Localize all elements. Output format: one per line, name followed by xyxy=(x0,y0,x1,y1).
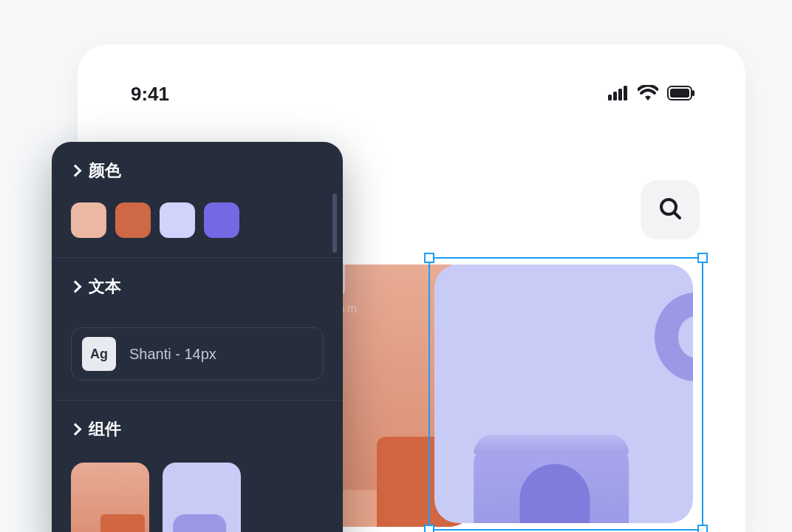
svg-rect-0 xyxy=(608,95,612,100)
section-title-colors: 颜色 xyxy=(89,160,121,182)
svg-rect-1 xyxy=(613,92,617,100)
swatch-1[interactable] xyxy=(71,202,106,238)
chevron-right-icon xyxy=(69,423,82,436)
status-icons xyxy=(608,85,695,104)
svg-rect-3 xyxy=(624,86,627,100)
section-header-components[interactable]: 组件 xyxy=(52,400,343,457)
font-label: Shanti - 14px xyxy=(129,346,216,363)
status-time: 9:41 xyxy=(131,83,169,106)
battery-icon xyxy=(667,86,695,103)
font-style-row[interactable]: Ag Shanti - 14px xyxy=(71,327,324,381)
chevron-right-icon xyxy=(69,281,82,293)
selection-handle-br[interactable] xyxy=(697,525,708,532)
panel-scrollbar[interactable] xyxy=(332,194,337,253)
selection-handle-tr[interactable] xyxy=(697,253,708,263)
section-header-text[interactable]: 文本 xyxy=(52,258,343,314)
swatch-4[interactable] xyxy=(204,202,239,238)
thumbnail-lavender[interactable] xyxy=(163,463,241,532)
chevron-right-icon xyxy=(69,165,82,177)
font-preview-chip: Ag xyxy=(82,337,116,371)
selection-frame[interactable] xyxy=(429,257,703,531)
section-title-components: 组件 xyxy=(89,418,121,440)
style-panel: 颜色 文本 Ag Shanti - 14px 组件 xyxy=(52,142,343,532)
selection-handle-tl[interactable] xyxy=(424,253,434,263)
search-button[interactable] xyxy=(641,180,700,239)
component-thumbnails xyxy=(52,457,343,532)
svg-rect-2 xyxy=(618,89,622,100)
svg-rect-5 xyxy=(670,89,689,98)
svg-line-8 xyxy=(675,213,680,218)
cellular-icon xyxy=(608,86,629,103)
status-bar: 9:41 xyxy=(78,44,745,106)
svg-rect-6 xyxy=(692,90,694,96)
wifi-icon xyxy=(638,85,658,104)
section-title-text: 文本 xyxy=(89,276,121,298)
search-icon xyxy=(658,196,683,224)
swatch-3[interactable] xyxy=(160,202,195,238)
selection-handle-bl[interactable] xyxy=(424,525,434,532)
color-swatches xyxy=(52,198,343,257)
thumbnail-peach[interactable] xyxy=(71,463,149,532)
section-header-colors[interactable]: 颜色 xyxy=(52,142,343,198)
swatch-2[interactable] xyxy=(115,202,151,238)
